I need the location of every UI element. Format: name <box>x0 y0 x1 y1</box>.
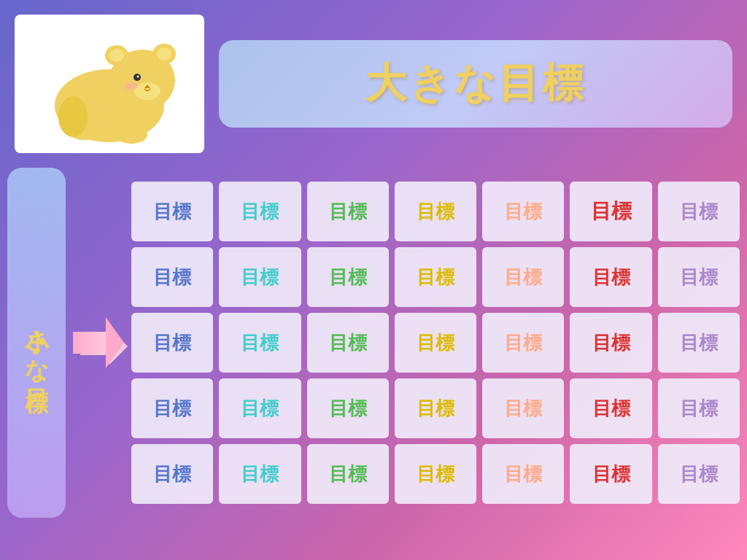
grid-cell[interactable]: 目標 <box>307 378 389 438</box>
grid-cell[interactable]: 目標 <box>307 444 389 504</box>
grid-cell[interactable]: 目標 <box>131 247 213 307</box>
grid-cell[interactable]: 目標 <box>570 182 651 241</box>
grid-cell[interactable]: 目標 <box>570 378 651 438</box>
arrow-and-grid: 目標目標目標目標目標目標目標目標目標目標目標目標目標目標目標目標目標目標目標目標… <box>73 168 740 518</box>
svg-point-8 <box>137 76 139 78</box>
svg-point-5 <box>157 47 171 61</box>
big-goal-box: 大きな目標 <box>219 40 732 128</box>
grid-cell[interactable]: 目標 <box>219 444 301 504</box>
grid-cell[interactable]: 目標 <box>570 444 651 504</box>
grid-cell[interactable]: 目標 <box>395 182 476 241</box>
main-area: 小さな目標 目標目標目標目標目標目標目標目標目標目標目標目標目標目標目標目標目標… <box>0 160 747 525</box>
grid-cell[interactable]: 目標 <box>219 378 301 438</box>
grid-cell[interactable]: 目標 <box>658 247 740 307</box>
svg-point-13 <box>124 82 139 90</box>
grid-cell[interactable]: 目標 <box>395 313 476 373</box>
grid-cell[interactable]: 目標 <box>658 182 740 241</box>
grid-cell[interactable]: 目標 <box>570 247 651 307</box>
grid-cell[interactable]: 目標 <box>131 444 213 504</box>
grid-cell[interactable]: 目標 <box>570 313 651 373</box>
grid-cell[interactable]: 目標 <box>219 247 301 307</box>
grid-cell[interactable]: 目標 <box>482 247 564 307</box>
goal-grid: 目標目標目標目標目標目標目標目標目標目標目標目標目標目標目標目標目標目標目標目標… <box>131 182 740 504</box>
svg-point-3 <box>109 49 124 62</box>
grid-cell[interactable]: 目標 <box>482 378 564 438</box>
header-area: 大きな目標 <box>0 0 747 160</box>
small-goal-title: 小さな目標 <box>25 312 48 373</box>
big-goal-title: 大きな目標 <box>365 56 586 112</box>
grid-cell[interactable]: 目標 <box>658 444 740 504</box>
arrow-right-icon <box>73 317 124 368</box>
grid-cell[interactable]: 目標 <box>131 182 213 241</box>
grid-cell[interactable]: 目標 <box>307 247 389 307</box>
grid-cell[interactable]: 目標 <box>482 182 564 241</box>
svg-point-11 <box>115 126 147 144</box>
grid-cell[interactable]: 目標 <box>482 444 564 504</box>
grid-cell[interactable]: 目標 <box>482 313 564 373</box>
grid-cell[interactable]: 目標 <box>131 378 213 438</box>
grid-cell[interactable]: 目標 <box>395 247 476 307</box>
bear-image <box>15 15 204 153</box>
grid-cell[interactable]: 目標 <box>131 313 213 373</box>
grid-cell[interactable]: 目標 <box>658 378 740 438</box>
svg-point-12 <box>58 96 88 137</box>
grid-cell[interactable]: 目標 <box>307 182 389 241</box>
grid-cell[interactable]: 目標 <box>219 182 301 241</box>
small-goal-sidebar: 小さな目標 <box>7 168 66 518</box>
grid-cell[interactable]: 目標 <box>219 313 301 373</box>
arrow-container <box>73 317 124 368</box>
grid-cell[interactable]: 目標 <box>395 444 476 504</box>
grid-cell[interactable]: 目標 <box>395 378 476 438</box>
svg-marker-14 <box>80 328 128 365</box>
grid-cell[interactable]: 目標 <box>658 313 740 373</box>
grid-cell[interactable]: 目標 <box>307 313 389 373</box>
